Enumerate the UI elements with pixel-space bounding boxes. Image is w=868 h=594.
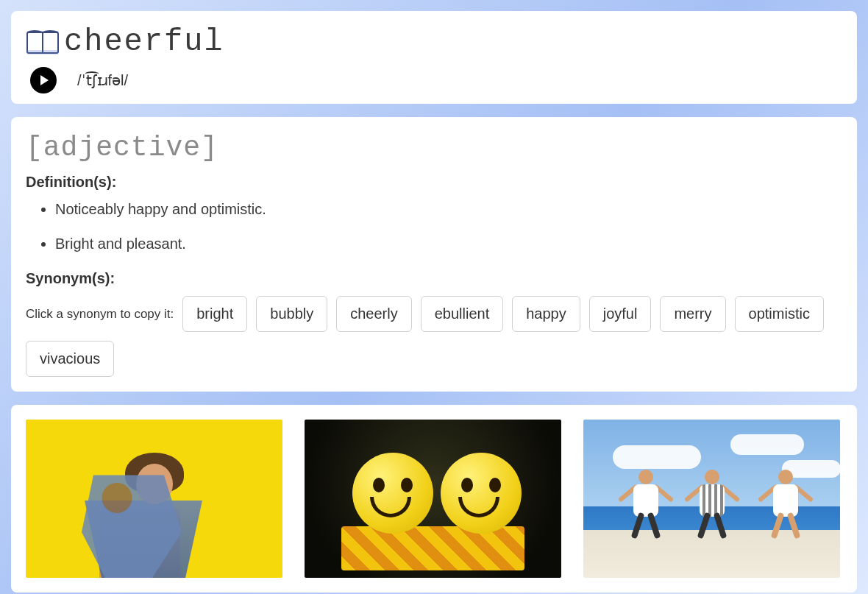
synonym-button[interactable]: ebullient xyxy=(421,296,504,332)
synonyms-hint: Click a synonym to copy it: xyxy=(26,307,174,322)
play-icon xyxy=(40,75,49,85)
play-audio-button[interactable] xyxy=(30,67,57,93)
synonym-button[interactable]: merry xyxy=(660,296,725,332)
word-title: cheerful xyxy=(64,24,224,60)
synonym-button[interactable]: bubbly xyxy=(256,296,327,332)
synonym-button[interactable]: joyful xyxy=(589,296,652,332)
definition-item: Bright and pleasant. xyxy=(55,236,842,252)
definitions-list: Noticeably happy and optimistic. Bright … xyxy=(26,201,842,252)
phonetic-row: /ˈt͡ʃɪɹfəl/ xyxy=(26,67,842,93)
word-row: cheerful xyxy=(26,24,842,60)
phonetic-text: /ˈt͡ʃɪɹfəl/ xyxy=(77,71,128,89)
synonyms-row: Click a synonym to copy it: bright bubbl… xyxy=(26,296,842,377)
part-of-speech: [adjective] xyxy=(26,132,842,163)
synonym-button[interactable]: cheerly xyxy=(336,296,411,332)
definition-item: Noticeably happy and optimistic. xyxy=(55,201,842,218)
definition-card: [adjective] Definition(s): Noticeably ha… xyxy=(11,117,857,392)
example-image xyxy=(583,420,840,578)
synonym-button[interactable]: bright xyxy=(182,296,247,332)
synonym-button[interactable]: optimistic xyxy=(735,296,824,332)
word-header-card: cheerful /ˈt͡ʃɪɹfəl/ xyxy=(11,11,857,104)
synonyms-label: Synonym(s): xyxy=(26,270,842,287)
example-image xyxy=(305,420,561,578)
svg-rect-1 xyxy=(27,50,58,54)
book-icon xyxy=(26,28,60,56)
image-grid xyxy=(26,420,842,578)
example-image xyxy=(26,420,282,578)
synonym-button[interactable]: happy xyxy=(512,296,580,332)
definitions-label: Definition(s): xyxy=(26,174,842,191)
synonym-button[interactable]: vivacious xyxy=(26,341,114,377)
images-card xyxy=(11,405,857,593)
